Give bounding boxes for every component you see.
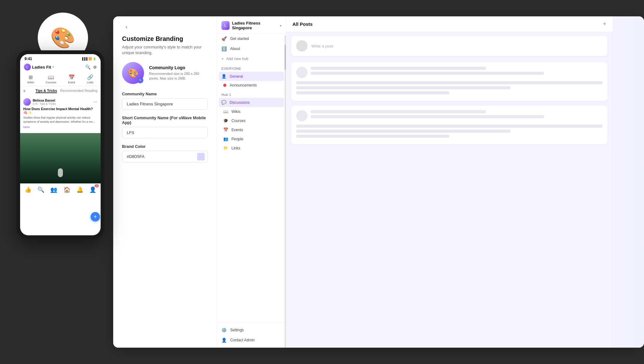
bottom-profile-icon[interactable]: 👤: [89, 187, 96, 193]
community-header: L Ladies Fitness Singapore ▾: [217, 16, 286, 34]
sidebar-item-settings[interactable]: ⚙️ Settings: [217, 325, 286, 335]
sidebar-item-announcements[interactable]: Announcements: [217, 81, 286, 90]
skeleton-line-1b: [311, 72, 544, 75]
tab-tips-tricks[interactable]: Tips & Tricks: [36, 89, 57, 93]
posts-header: All Posts +: [286, 16, 613, 32]
skeleton-lines-2: [311, 110, 602, 120]
phone-tab-courses[interactable]: 📖 Courses: [46, 74, 56, 84]
skeleton-header-2: [296, 110, 602, 121]
announcements-dot: [223, 84, 226, 87]
community-name: Ladies Fitness Singapore: [232, 21, 277, 30]
phone-tab-links[interactable]: 🔗 Links: [87, 74, 93, 84]
links-hub-label: Links: [231, 146, 240, 150]
color-swatch[interactable]: [197, 153, 205, 160]
phone-tab-wikis[interactable]: ⊞ Wikis: [27, 74, 34, 84]
logo-preview[interactable]: 🎨 ✎: [122, 62, 144, 84]
branding-panel: ‹ Customize Branding Adjust your communi…: [113, 16, 217, 348]
bottom-like-icon[interactable]: 👍: [25, 186, 31, 193]
settings-icon: ⚙️: [221, 328, 227, 333]
skeleton-line-2c: [296, 125, 602, 128]
scroll-thumb: [285, 45, 286, 70]
brand-color-label: Brand Color: [122, 144, 208, 149]
short-name-group: Short Community Name (For uWave Mobile A…: [122, 115, 208, 138]
notif-count: 24: [95, 184, 99, 187]
skeleton-avatar-1: [296, 67, 308, 78]
phone-bottom-nav: 👍 🔍 👥 🏠 🔔 👤 24: [20, 183, 101, 196]
post-author-avatar: [23, 98, 31, 106]
community-header-left[interactable]: L Ladies Fitness Singapore ▾: [221, 21, 281, 30]
sidebar-bottom: ⚙️ Settings 👤 Contact Admin: [217, 322, 286, 348]
skeleton-line-2d: [296, 130, 511, 133]
phone-tab-event[interactable]: 📅 Event: [68, 74, 75, 84]
post-body: Studies show that regular physical activ…: [23, 116, 97, 124]
bottom-bell-icon[interactable]: 🔔: [76, 186, 83, 193]
sidebar-item-general[interactable]: 👤 General: [219, 72, 284, 81]
phone-time: 9:41: [25, 57, 32, 61]
community-name-label: Community Name: [122, 92, 208, 96]
posts-add-button[interactable]: +: [603, 21, 606, 27]
sidebar-item-events[interactable]: 📅 Events: [217, 125, 286, 134]
sidebar-item-get-started[interactable]: 🚀 Get started: [217, 34, 286, 44]
people-hub-icon: 👥: [223, 137, 228, 141]
sidebar-item-discussions[interactable]: 💬 Discussions: [219, 98, 284, 107]
skeleton-line-2b: [311, 115, 544, 118]
phone-search-icon[interactable]: 🔍: [85, 64, 91, 70]
skeleton-line-2e: [296, 135, 449, 138]
event-label: Event: [68, 81, 75, 84]
bottom-home-icon[interactable]: 🏠: [64, 186, 70, 193]
bottom-people-icon[interactable]: 👥: [50, 186, 57, 193]
links-icon: 🔗: [87, 74, 93, 80]
short-name-label: Short Community Name (For uWave Mobile A…: [122, 115, 208, 125]
people-hub-label: People: [231, 137, 243, 141]
phone-fab-button[interactable]: +: [91, 212, 100, 221]
add-hub-label: Add new hub: [226, 57, 248, 61]
edit-icon: ✎: [139, 79, 142, 82]
community-name-input[interactable]: [122, 98, 208, 110]
sidebar-item-wikis[interactable]: 📖 Wikis: [217, 107, 286, 116]
phone-more-icon[interactable]: ⊕: [93, 64, 97, 70]
post-more-link[interactable]: More: [23, 126, 30, 129]
logo-hint: Recommended size is 280 x 280 pixels. Ma…: [149, 71, 208, 81]
bottom-search-icon[interactable]: 🔍: [37, 186, 44, 193]
phone-post-item: Melissa Basset 2 m · Tips & Tricks ⋯ How…: [20, 96, 101, 132]
skeleton-avatar-2: [296, 110, 308, 121]
add-new-hub-button[interactable]: + Add new hub: [217, 54, 286, 64]
back-button[interactable]: ‹: [122, 23, 131, 31]
skeleton-header-1: [296, 67, 602, 78]
app-icon: L: [24, 64, 31, 70]
palette-icon: 🎨: [50, 26, 75, 50]
general-label: General: [230, 74, 243, 79]
skeleton-line-2a: [311, 110, 486, 113]
sidebar-item-links[interactable]: 📁 Links: [217, 143, 286, 153]
sidebar-item-about[interactable]: ℹ️ About: [217, 44, 286, 54]
sidebar-item-people[interactable]: 👥 People: [217, 134, 286, 143]
contact-admin-label: Contact Admin: [230, 338, 255, 342]
brand-color-input[interactable]: [122, 151, 208, 162]
logo-info: Community Logo Recommended size is 280 x…: [149, 65, 208, 81]
branding-subtitle: Adjust your community's style to match y…: [122, 44, 208, 56]
tab-recommended[interactable]: Recommended Reading: [60, 89, 97, 93]
posts-title: All Posts: [292, 21, 313, 27]
branding-title: Customize Branding: [122, 35, 208, 42]
post-options-icon[interactable]: ⋯: [93, 99, 97, 104]
wikis-hub-label: Wikis: [231, 109, 241, 114]
phone-status-bar: 9:41 ▐▐▐ 📶 🔋: [20, 54, 101, 62]
color-input-wrapper: [122, 151, 208, 162]
right-partial-panel: [613, 16, 644, 348]
phone-notif-badge: 👤 24: [89, 186, 96, 193]
discussions-icon: 💬: [221, 100, 226, 105]
write-post-box[interactable]: Write a post: [291, 36, 608, 56]
courses-hub-label: Courses: [231, 119, 246, 123]
skeleton-line-1d: [296, 86, 511, 89]
community-sidebar: L Ladies Fitness Singapore ▾ 🚀 Get start…: [217, 16, 286, 348]
posts-panel: All Posts + Write a post: [286, 16, 613, 348]
general-icon: 👤: [221, 74, 226, 79]
events-hub-label: Events: [231, 128, 243, 132]
sidebar-item-courses[interactable]: 🎓 Courses: [217, 116, 286, 125]
community-chevron: ▾: [280, 24, 281, 27]
phone-header-right: 🔍 ⊕: [85, 64, 97, 70]
sidebar-item-contact-admin[interactable]: 👤 Contact Admin: [217, 335, 286, 345]
scroll-track: [285, 35, 286, 348]
short-name-input[interactable]: [122, 127, 208, 138]
logo-edit-button[interactable]: ✎: [137, 77, 143, 83]
